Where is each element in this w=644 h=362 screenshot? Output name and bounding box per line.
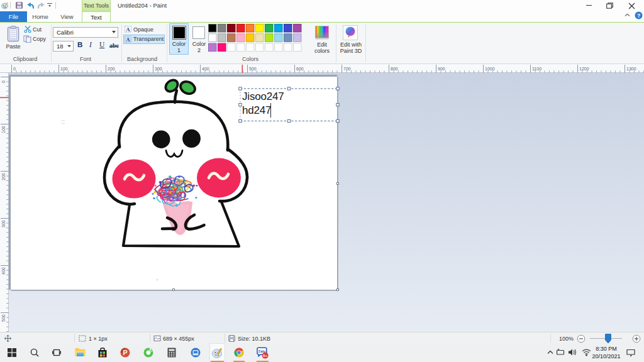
svg-text:400: 400 — [1, 267, 6, 275]
svg-text:900: 900 — [438, 67, 445, 71]
svg-text:100: 100 — [1, 126, 6, 133]
svg-text:200: 200 — [108, 67, 115, 71]
svg-text:A: A — [126, 36, 130, 43]
svg-text:0: 0 — [13, 67, 16, 71]
svg-text:500: 500 — [249, 67, 257, 71]
svg-text:700: 700 — [343, 67, 351, 71]
svg-text:200: 200 — [1, 173, 6, 180]
svg-text:?: ? — [637, 13, 640, 19]
svg-text:500: 500 — [1, 314, 6, 322]
svg-text:300: 300 — [155, 67, 162, 71]
svg-text:1000: 1000 — [485, 67, 495, 71]
svg-text:100: 100 — [60, 67, 68, 71]
svg-text:P: P — [123, 349, 127, 356]
svg-text:800: 800 — [391, 67, 398, 71]
svg-text:1100: 1100 — [532, 67, 541, 71]
svg-text:300: 300 — [1, 220, 6, 228]
svg-text:400: 400 — [202, 67, 209, 71]
svg-text:5+: 5+ — [263, 353, 267, 358]
svg-text:1300: 1300 — [626, 67, 636, 71]
svg-text:A: A — [126, 26, 130, 33]
svg-text:0: 0 — [1, 80, 6, 83]
svg-text:1200: 1200 — [579, 67, 589, 71]
svg-text:600: 600 — [296, 67, 304, 71]
